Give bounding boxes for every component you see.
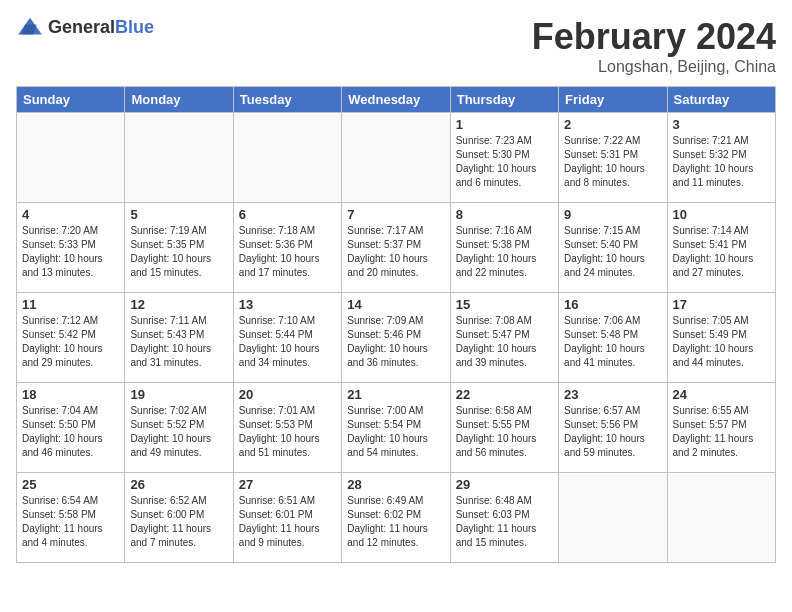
- day-number: 14: [347, 297, 444, 312]
- header: GeneralBlue February 2024 Longshan, Beij…: [16, 16, 776, 76]
- day-info: Sunrise: 6:49 AMSunset: 6:02 PMDaylight:…: [347, 494, 444, 550]
- day-info: Sunrise: 6:51 AMSunset: 6:01 PMDaylight:…: [239, 494, 336, 550]
- day-number: 19: [130, 387, 227, 402]
- calendar-cell: 1Sunrise: 7:23 AMSunset: 5:30 PMDaylight…: [450, 113, 558, 203]
- day-info: Sunrise: 7:22 AMSunset: 5:31 PMDaylight:…: [564, 134, 661, 190]
- weekday-header: Thursday: [450, 87, 558, 113]
- calendar-cell: 8Sunrise: 7:16 AMSunset: 5:38 PMDaylight…: [450, 203, 558, 293]
- day-number: 10: [673, 207, 770, 222]
- day-number: 23: [564, 387, 661, 402]
- day-info: Sunrise: 7:04 AMSunset: 5:50 PMDaylight:…: [22, 404, 119, 460]
- weekday-header: Saturday: [667, 87, 775, 113]
- day-number: 22: [456, 387, 553, 402]
- day-number: 25: [22, 477, 119, 492]
- calendar-cell: 10Sunrise: 7:14 AMSunset: 5:41 PMDayligh…: [667, 203, 775, 293]
- day-number: 9: [564, 207, 661, 222]
- day-number: 1: [456, 117, 553, 132]
- day-info: Sunrise: 7:12 AMSunset: 5:42 PMDaylight:…: [22, 314, 119, 370]
- weekday-header: Sunday: [17, 87, 125, 113]
- day-info: Sunrise: 7:00 AMSunset: 5:54 PMDaylight:…: [347, 404, 444, 460]
- day-number: 20: [239, 387, 336, 402]
- day-number: 24: [673, 387, 770, 402]
- calendar-cell: 27Sunrise: 6:51 AMSunset: 6:01 PMDayligh…: [233, 473, 341, 563]
- calendar-cell: [233, 113, 341, 203]
- day-info: Sunrise: 7:20 AMSunset: 5:33 PMDaylight:…: [22, 224, 119, 280]
- calendar-cell: 28Sunrise: 6:49 AMSunset: 6:02 PMDayligh…: [342, 473, 450, 563]
- calendar-cell: 5Sunrise: 7:19 AMSunset: 5:35 PMDaylight…: [125, 203, 233, 293]
- calendar-cell: 3Sunrise: 7:21 AMSunset: 5:32 PMDaylight…: [667, 113, 775, 203]
- day-number: 13: [239, 297, 336, 312]
- day-number: 15: [456, 297, 553, 312]
- title-area: February 2024 Longshan, Beijing, China: [532, 16, 776, 76]
- calendar-cell: 19Sunrise: 7:02 AMSunset: 5:52 PMDayligh…: [125, 383, 233, 473]
- calendar-cell: 25Sunrise: 6:54 AMSunset: 5:58 PMDayligh…: [17, 473, 125, 563]
- day-info: Sunrise: 7:01 AMSunset: 5:53 PMDaylight:…: [239, 404, 336, 460]
- day-info: Sunrise: 7:23 AMSunset: 5:30 PMDaylight:…: [456, 134, 553, 190]
- calendar-cell: 16Sunrise: 7:06 AMSunset: 5:48 PMDayligh…: [559, 293, 667, 383]
- calendar-cell: 12Sunrise: 7:11 AMSunset: 5:43 PMDayligh…: [125, 293, 233, 383]
- calendar-cell: 15Sunrise: 7:08 AMSunset: 5:47 PMDayligh…: [450, 293, 558, 383]
- calendar-cell: 4Sunrise: 7:20 AMSunset: 5:33 PMDaylight…: [17, 203, 125, 293]
- logo-general: General: [48, 17, 115, 37]
- day-info: Sunrise: 7:05 AMSunset: 5:49 PMDaylight:…: [673, 314, 770, 370]
- calendar-cell: [17, 113, 125, 203]
- day-number: 11: [22, 297, 119, 312]
- day-info: Sunrise: 7:10 AMSunset: 5:44 PMDaylight:…: [239, 314, 336, 370]
- calendar-week-row: 11Sunrise: 7:12 AMSunset: 5:42 PMDayligh…: [17, 293, 776, 383]
- day-info: Sunrise: 7:06 AMSunset: 5:48 PMDaylight:…: [564, 314, 661, 370]
- day-info: Sunrise: 7:19 AMSunset: 5:35 PMDaylight:…: [130, 224, 227, 280]
- day-info: Sunrise: 6:58 AMSunset: 5:55 PMDaylight:…: [456, 404, 553, 460]
- location-title: Longshan, Beijing, China: [532, 58, 776, 76]
- day-info: Sunrise: 7:16 AMSunset: 5:38 PMDaylight:…: [456, 224, 553, 280]
- day-number: 8: [456, 207, 553, 222]
- day-number: 5: [130, 207, 227, 222]
- calendar-cell: 20Sunrise: 7:01 AMSunset: 5:53 PMDayligh…: [233, 383, 341, 473]
- day-info: Sunrise: 7:11 AMSunset: 5:43 PMDaylight:…: [130, 314, 227, 370]
- day-info: Sunrise: 6:57 AMSunset: 5:56 PMDaylight:…: [564, 404, 661, 460]
- calendar-cell: 29Sunrise: 6:48 AMSunset: 6:03 PMDayligh…: [450, 473, 558, 563]
- day-number: 27: [239, 477, 336, 492]
- day-number: 2: [564, 117, 661, 132]
- month-title: February 2024: [532, 16, 776, 58]
- weekday-header: Wednesday: [342, 87, 450, 113]
- day-number: 16: [564, 297, 661, 312]
- day-info: Sunrise: 7:09 AMSunset: 5:46 PMDaylight:…: [347, 314, 444, 370]
- calendar-cell: 23Sunrise: 6:57 AMSunset: 5:56 PMDayligh…: [559, 383, 667, 473]
- calendar-cell: 6Sunrise: 7:18 AMSunset: 5:36 PMDaylight…: [233, 203, 341, 293]
- logo-icon: [16, 16, 44, 38]
- logo-blue: Blue: [115, 17, 154, 37]
- calendar-cell: 18Sunrise: 7:04 AMSunset: 5:50 PMDayligh…: [17, 383, 125, 473]
- day-number: 7: [347, 207, 444, 222]
- day-number: 12: [130, 297, 227, 312]
- logo: GeneralBlue: [16, 16, 154, 38]
- day-info: Sunrise: 7:14 AMSunset: 5:41 PMDaylight:…: [673, 224, 770, 280]
- day-number: 21: [347, 387, 444, 402]
- calendar-table: SundayMondayTuesdayWednesdayThursdayFrid…: [16, 86, 776, 563]
- day-number: 26: [130, 477, 227, 492]
- calendar-cell: 21Sunrise: 7:00 AMSunset: 5:54 PMDayligh…: [342, 383, 450, 473]
- day-info: Sunrise: 7:15 AMSunset: 5:40 PMDaylight:…: [564, 224, 661, 280]
- calendar-cell: 11Sunrise: 7:12 AMSunset: 5:42 PMDayligh…: [17, 293, 125, 383]
- day-number: 6: [239, 207, 336, 222]
- weekday-header: Monday: [125, 87, 233, 113]
- logo-text: GeneralBlue: [48, 17, 154, 38]
- calendar-week-row: 18Sunrise: 7:04 AMSunset: 5:50 PMDayligh…: [17, 383, 776, 473]
- day-info: Sunrise: 6:54 AMSunset: 5:58 PMDaylight:…: [22, 494, 119, 550]
- calendar-cell: 13Sunrise: 7:10 AMSunset: 5:44 PMDayligh…: [233, 293, 341, 383]
- calendar-cell: 22Sunrise: 6:58 AMSunset: 5:55 PMDayligh…: [450, 383, 558, 473]
- day-info: Sunrise: 6:52 AMSunset: 6:00 PMDaylight:…: [130, 494, 227, 550]
- day-info: Sunrise: 7:08 AMSunset: 5:47 PMDaylight:…: [456, 314, 553, 370]
- weekday-header: Tuesday: [233, 87, 341, 113]
- calendar-week-row: 25Sunrise: 6:54 AMSunset: 5:58 PMDayligh…: [17, 473, 776, 563]
- calendar-cell: 24Sunrise: 6:55 AMSunset: 5:57 PMDayligh…: [667, 383, 775, 473]
- calendar-cell: 7Sunrise: 7:17 AMSunset: 5:37 PMDaylight…: [342, 203, 450, 293]
- day-info: Sunrise: 7:21 AMSunset: 5:32 PMDaylight:…: [673, 134, 770, 190]
- calendar-cell: [667, 473, 775, 563]
- day-info: Sunrise: 6:48 AMSunset: 6:03 PMDaylight:…: [456, 494, 553, 550]
- calendar-cell: 9Sunrise: 7:15 AMSunset: 5:40 PMDaylight…: [559, 203, 667, 293]
- calendar-week-row: 4Sunrise: 7:20 AMSunset: 5:33 PMDaylight…: [17, 203, 776, 293]
- day-number: 29: [456, 477, 553, 492]
- calendar-week-row: 1Sunrise: 7:23 AMSunset: 5:30 PMDaylight…: [17, 113, 776, 203]
- weekday-header-row: SundayMondayTuesdayWednesdayThursdayFrid…: [17, 87, 776, 113]
- day-number: 28: [347, 477, 444, 492]
